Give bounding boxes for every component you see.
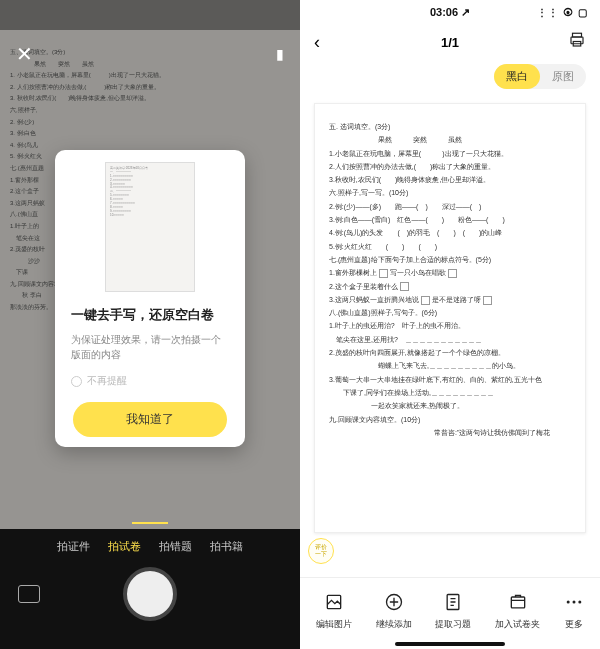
tutorial-modal: 高二英语导·2023年10月月考一、━━━━━1.━━━━━━━━━━2.━━━… [55, 150, 245, 447]
back-icon[interactable]: ‹ [314, 32, 320, 53]
close-icon[interactable]: ✕ [16, 42, 33, 66]
processed-document: 五. 选词填空。(3分) 果然 突然 虽然1.小老鼠正在玩电脑，屏幕里( )出现… [314, 103, 586, 533]
header: ‹ 1/1 [300, 24, 600, 60]
toolbar-item[interactable]: 提取习题 [435, 592, 471, 631]
dont-remind-checkbox[interactable]: 不再提醒 [71, 374, 229, 388]
toolbar-label: 提取习题 [435, 618, 471, 631]
modal-subtitle: 为保证处理效果，请一次拍摄一个版面的内容 [71, 332, 229, 362]
gallery-icon[interactable] [18, 585, 40, 603]
rate-badge-line2: 一下 [315, 551, 327, 558]
rate-badge-line1: 评价 [315, 544, 327, 551]
camera-mode-tabs: 拍证件拍试卷拍错题拍书籍 [0, 529, 300, 554]
mode-segment: 黑白 原图 [494, 64, 586, 89]
segment-original[interactable]: 原图 [540, 64, 586, 89]
svg-point-7 [567, 601, 570, 604]
radio-empty-icon [71, 376, 82, 387]
svg-rect-6 [511, 597, 524, 608]
camera-tab[interactable]: 拍书籍 [210, 539, 243, 554]
home-indicator [395, 642, 505, 646]
toolbar-label: 更多 [565, 618, 583, 631]
camera-tab[interactable]: 拍试卷 [108, 539, 141, 554]
status-bar: 03:06 ↗ ⋮⋮ ⦿ ▢ [300, 0, 600, 24]
toolbar-label: 编辑图片 [316, 618, 352, 631]
rate-badge[interactable]: 评价 一下 [308, 538, 334, 564]
toolbar-icon [564, 592, 584, 614]
segment-bw[interactable]: 黑白 [494, 64, 540, 89]
bottom-toolbar: 编辑图片继续添加提取习题加入试卷夹更多 [300, 577, 600, 649]
toolbar-item[interactable]: 编辑图片 [316, 592, 352, 631]
shutter-button[interactable] [123, 567, 177, 621]
toolbar-icon [443, 592, 463, 614]
toolbar-icon [384, 592, 404, 614]
scan-progress-indicator [132, 522, 168, 524]
modal-thumbnail: 高二英语导·2023年10月月考一、━━━━━1.━━━━━━━━━━2.━━━… [105, 162, 195, 292]
svg-point-8 [573, 601, 576, 604]
toolbar-label: 加入试卷夹 [495, 618, 540, 631]
dont-remind-label: 不再提醒 [87, 374, 127, 388]
toolbar-item[interactable]: 加入试卷夹 [495, 592, 540, 631]
modal-title: 一键去手写，还原空白卷 [71, 306, 229, 324]
toolbar-item[interactable]: 继续添加 [376, 592, 412, 631]
toolbar-icon [324, 592, 344, 614]
svg-point-9 [578, 601, 581, 604]
camera-tab[interactable]: 拍错题 [159, 539, 192, 554]
toolbar-icon [508, 592, 528, 614]
camera-bottom-bar: 拍证件拍试卷拍错题拍书籍 [0, 529, 300, 649]
camera-tab[interactable]: 拍证件 [57, 539, 90, 554]
confirm-button[interactable]: 我知道了 [73, 402, 227, 437]
print-icon[interactable] [568, 31, 586, 53]
status-time: 03:06 ↗ [430, 6, 470, 19]
page-indicator: 1/1 [441, 35, 459, 50]
toolbar-label: 继续添加 [376, 618, 412, 631]
flash-icon[interactable]: ▮ [276, 46, 284, 62]
toolbar-item[interactable]: 更多 [564, 592, 584, 631]
status-signal-icon: ⋮⋮ ⦿ ▢ [537, 7, 588, 18]
